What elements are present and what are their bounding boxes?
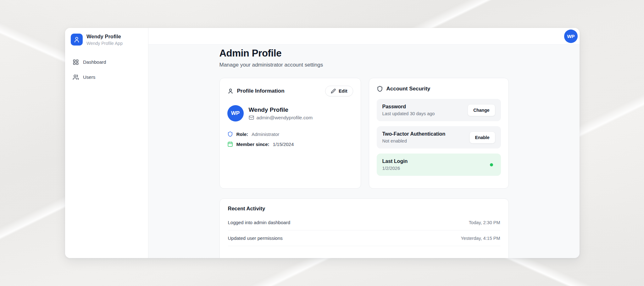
online-dot-icon <box>490 163 493 166</box>
app-logo <box>71 34 83 46</box>
member-since-value: 1/15/2024 <box>273 142 294 147</box>
page-title: Admin Profile <box>219 47 509 60</box>
last-login-title: Last Login <box>382 159 408 164</box>
two-factor-title: Two-Factor Authentication <box>382 131 446 137</box>
two-factor-row: Two-Factor Authentication Not enabled En… <box>377 126 501 148</box>
shield-icon <box>377 86 383 92</box>
password-title: Password <box>382 104 435 110</box>
activity-row: Updated user permissions Yesterday, 4:15… <box>228 230 500 246</box>
activity-label: Updated user permissions <box>228 235 283 241</box>
profile-name: Wendy Profile <box>249 106 313 113</box>
topbar: WP <box>148 28 580 45</box>
two-factor-subtitle: Not enabled <box>382 138 446 143</box>
main-area: WP Admin Profile Manage your administrat… <box>148 28 580 258</box>
enable-two-factor-button[interactable]: Enable <box>469 132 495 143</box>
user-icon <box>227 88 234 94</box>
sidebar-item-label: Users <box>83 74 95 80</box>
password-subtitle: Last updated 30 days ago <box>382 111 435 116</box>
recent-activity-card: Recent Activity Logged into admin dashbo… <box>219 198 509 258</box>
brand-subtitle: Wendy Profile App <box>86 41 123 46</box>
profile-card-title: Profile Information <box>237 88 285 94</box>
page-subtitle: Manage your administrator account settin… <box>219 62 509 68</box>
activity-time: Yesterday, 4:15 PM <box>461 236 500 241</box>
dashboard-grid-icon <box>73 59 79 65</box>
sidebar-item-label: Dashboard <box>83 59 106 65</box>
user-avatar[interactable]: WP <box>564 30 578 43</box>
calendar-icon <box>227 141 233 147</box>
last-login-value: 1/2/2026 <box>382 166 408 171</box>
profile-email: admin@wendyprofile.com <box>257 115 313 121</box>
content-area: Admin Profile Manage your administrator … <box>148 45 580 258</box>
password-row: Password Last updated 30 days ago Change <box>377 99 501 121</box>
edit-profile-button[interactable]: Edit <box>325 86 353 96</box>
role-label: Role: <box>236 132 248 137</box>
app-window: Wendy Profile Wendy Profile App Dashboar… <box>65 28 580 258</box>
last-login-row: Last Login 1/2/2026 <box>377 154 501 176</box>
sidebar-item-users[interactable]: Users <box>70 71 143 84</box>
account-security-card: Account Security Password Last updated 3… <box>369 78 509 189</box>
activity-row: Logged into admin dashboard Today, 2:30 … <box>228 215 500 230</box>
user-icon <box>73 36 80 43</box>
activity-label: Logged into admin dashboard <box>228 220 291 225</box>
app-brand: Wendy Profile Wendy Profile App <box>70 34 143 46</box>
edit-button-label: Edit <box>339 89 347 94</box>
sidebar-item-dashboard[interactable]: Dashboard <box>70 56 143 68</box>
sidebar: Wendy Profile Wendy Profile App Dashboar… <box>65 28 148 258</box>
role-value: Administrator <box>252 132 279 137</box>
member-since-label: Member since: <box>236 142 269 147</box>
sidebar-nav: Dashboard Users <box>70 56 143 84</box>
change-password-button[interactable]: Change <box>468 104 495 116</box>
profile-avatar: WP <box>227 105 244 121</box>
users-icon <box>73 74 79 80</box>
brand-title: Wendy Profile <box>86 34 123 40</box>
desktop-wallpaper: Wendy Profile Wendy Profile App Dashboar… <box>0 0 644 286</box>
security-card-title: Account Security <box>386 86 430 92</box>
mail-icon <box>249 115 254 120</box>
activity-time: Today, 2:30 PM <box>469 220 500 225</box>
pencil-icon <box>331 89 336 94</box>
profile-information-card: Profile Information Edit <box>219 78 361 189</box>
activity-card-title: Recent Activity <box>228 206 500 212</box>
shield-icon <box>227 131 233 137</box>
